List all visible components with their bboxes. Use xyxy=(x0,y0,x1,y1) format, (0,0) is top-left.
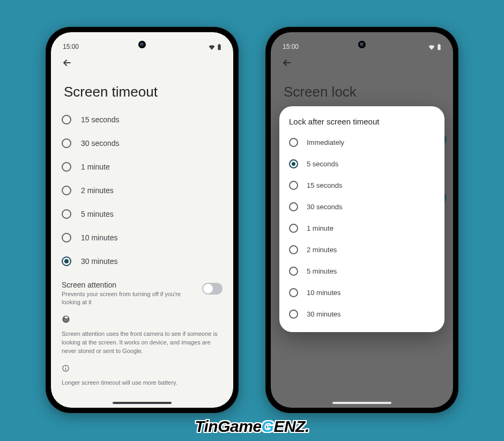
lock-timeout-option-label: 2 minutes xyxy=(307,246,337,254)
watermark-accent: G xyxy=(262,417,274,435)
svg-point-4 xyxy=(65,366,66,367)
lock-timeout-option-label: 5 minutes xyxy=(307,267,337,275)
gesture-bar[interactable] xyxy=(332,402,391,404)
timeout-option-label: 30 seconds xyxy=(81,139,120,148)
status-time: 15:00 xyxy=(63,43,79,50)
lock-timeout-option[interactable]: 2 minutes xyxy=(289,239,435,260)
timeout-option-label: 5 minutes xyxy=(81,210,114,218)
page-title: Screen timeout xyxy=(51,74,233,108)
lock-timeout-option[interactable]: 10 minutes xyxy=(289,282,435,303)
status-icons xyxy=(209,44,221,50)
radio-icon xyxy=(62,138,71,148)
radio-icon xyxy=(289,202,298,211)
radio-icon xyxy=(62,233,71,242)
face-icon xyxy=(62,315,223,326)
watermark-dot: . xyxy=(305,417,309,435)
lock-timeout-option-label: Immediately xyxy=(307,138,344,146)
lock-timeout-option[interactable]: Immediately xyxy=(289,131,435,153)
radio-icon xyxy=(62,209,71,219)
screen-attention-switch[interactable] xyxy=(202,283,223,295)
timeout-option-label: 10 minutes xyxy=(81,233,117,242)
switch-thumb-icon xyxy=(203,284,213,293)
lock-timeout-options-list: Immediately5 seconds15 seconds30 seconds… xyxy=(289,131,435,325)
radio-icon xyxy=(62,186,71,195)
watermark-part1: TinGame xyxy=(195,417,261,435)
arrow-back-icon xyxy=(62,57,72,68)
battery-info-text: Longer screen timeout will use more batt… xyxy=(62,379,223,387)
info-icon xyxy=(62,364,223,374)
screen-attention-subtitle: Prevents your screen from turning off if… xyxy=(62,290,197,306)
timeout-option-label: 15 seconds xyxy=(81,115,120,124)
radio-icon xyxy=(289,159,298,168)
radio-icon xyxy=(62,256,71,266)
timeout-option[interactable]: 10 minutes xyxy=(62,226,223,249)
radio-icon xyxy=(289,224,298,233)
timeout-option[interactable]: 30 seconds xyxy=(62,131,223,155)
timeout-option-label: 30 minutes xyxy=(81,257,117,266)
timeout-option[interactable]: 30 minutes xyxy=(62,249,223,273)
radio-icon xyxy=(62,115,71,124)
lock-timeout-option[interactable]: 30 minutes xyxy=(289,303,435,325)
timeout-option[interactable]: 2 minutes xyxy=(62,179,223,202)
app-bar xyxy=(51,52,233,74)
watermark-part2: ENZ xyxy=(273,417,305,435)
stage: 15:00 Screen timeout 15 seconds30 second… xyxy=(0,0,504,441)
radio-icon xyxy=(289,138,298,147)
screen-attention-text: Screen attention Prevents your screen fr… xyxy=(62,281,197,306)
radio-icon xyxy=(289,245,298,254)
lock-timeout-option[interactable]: 1 minute xyxy=(289,217,435,239)
radio-icon xyxy=(62,162,71,172)
screen-attention-section: Screen attention Prevents your screen fr… xyxy=(51,273,233,306)
timeout-options-list: 15 seconds30 seconds1 minute2 minutes5 m… xyxy=(51,108,233,273)
lock-timeout-option-label: 10 minutes xyxy=(307,289,341,297)
lock-timeout-option[interactable]: 5 seconds xyxy=(289,153,435,174)
battery-icon xyxy=(217,44,221,50)
lock-timeout-option[interactable]: 5 minutes xyxy=(289,260,435,282)
attention-info-block: Screen attention uses the front camera t… xyxy=(51,306,233,356)
svg-rect-1 xyxy=(219,44,220,45)
phone-left: 15:00 Screen timeout 15 seconds30 second… xyxy=(46,27,239,413)
camera-hole-icon xyxy=(138,41,146,48)
screen-left: 15:00 Screen timeout 15 seconds30 second… xyxy=(51,32,233,408)
lock-timeout-option[interactable]: 15 seconds xyxy=(289,174,435,196)
radio-icon xyxy=(289,267,298,276)
gesture-bar[interactable] xyxy=(113,402,172,404)
screen-attention-toggle-row[interactable]: Screen attention Prevents your screen fr… xyxy=(62,281,223,306)
svg-rect-0 xyxy=(218,45,220,50)
wifi-icon xyxy=(209,45,215,50)
screen-attention-title: Screen attention xyxy=(62,281,197,289)
phone-right: 15:00 Screen lock Lock xyxy=(265,27,458,413)
lock-timeout-option-label: 15 seconds xyxy=(307,181,343,189)
dialog-title: Lock after screen timeout xyxy=(289,117,435,126)
timeout-option-label: 1 minute xyxy=(81,163,110,171)
radio-icon xyxy=(289,310,298,319)
lock-timeout-option-label: 1 minute xyxy=(307,224,333,232)
screen-right: 15:00 Screen lock Lock xyxy=(271,32,453,408)
attention-info-text: Screen attention uses the front camera t… xyxy=(62,330,223,356)
lock-timeout-option[interactable]: 30 seconds xyxy=(289,196,435,217)
radio-icon xyxy=(289,288,298,297)
lock-timeout-option-label: 5 seconds xyxy=(307,160,338,168)
timeout-option[interactable]: 15 seconds xyxy=(62,108,223,131)
camera-hole-icon xyxy=(358,41,366,48)
timeout-option-label: 2 minutes xyxy=(81,186,114,195)
lock-timeout-option-label: 30 seconds xyxy=(307,203,343,211)
radio-icon xyxy=(289,181,298,190)
phones-row: 15:00 Screen timeout 15 seconds30 second… xyxy=(0,0,504,413)
timeout-option[interactable]: 5 minutes xyxy=(62,202,223,226)
back-button[interactable] xyxy=(58,54,76,71)
lock-timeout-option-label: 30 minutes xyxy=(307,310,341,318)
timeout-option[interactable]: 1 minute xyxy=(62,155,223,179)
lock-after-timeout-dialog: Lock after screen timeout Immediately5 s… xyxy=(279,106,444,332)
battery-info-block: Longer screen timeout will use more batt… xyxy=(51,356,233,387)
watermark: TinGameGENZ. xyxy=(195,417,309,436)
